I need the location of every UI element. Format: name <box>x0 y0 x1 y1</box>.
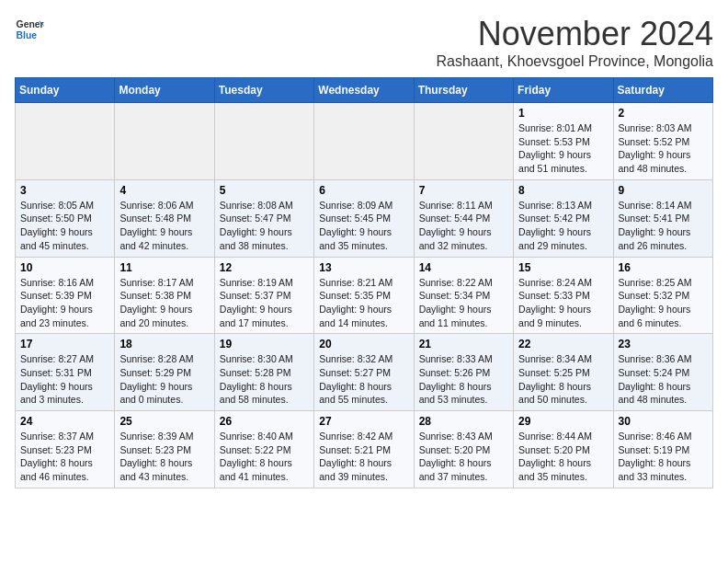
day-info: Sunrise: 8:19 AM Sunset: 5:37 PM Dayligh… <box>220 276 309 330</box>
day-number: 19 <box>220 338 309 350</box>
location-title: Rashaant, Khoevsgoel Province, Mongolia <box>436 53 713 70</box>
day-number: 7 <box>419 184 508 197</box>
day-info: Sunrise: 8:14 AM Sunset: 5:41 PM Dayligh… <box>619 199 708 253</box>
day-number: 22 <box>518 338 608 350</box>
day-info: Sunrise: 8:22 AM Sunset: 5:34 PM Dayligh… <box>419 276 508 330</box>
day-number: 29 <box>518 415 608 428</box>
day-info: Sunrise: 8:27 AM Sunset: 5:31 PM Dayligh… <box>20 352 109 407</box>
calendar-cell: 1Sunrise: 8:01 AM Sunset: 5:53 PM Daylig… <box>514 103 613 180</box>
day-number: 10 <box>20 261 109 274</box>
day-info: Sunrise: 8:06 AM Sunset: 5:48 PM Dayligh… <box>119 199 209 253</box>
day-number: 23 <box>619 338 708 350</box>
calendar-cell: 25Sunrise: 8:39 AM Sunset: 5:23 PM Dayli… <box>115 411 214 488</box>
weekday-header: Thursday <box>414 78 513 103</box>
calendar-week-row: 1Sunrise: 8:01 AM Sunset: 5:53 PM Daylig… <box>16 103 713 180</box>
day-info: Sunrise: 8:30 AM Sunset: 5:28 PM Dayligh… <box>220 352 309 407</box>
day-info: Sunrise: 8:09 AM Sunset: 5:45 PM Dayligh… <box>319 199 408 253</box>
day-info: Sunrise: 8:33 AM Sunset: 5:26 PM Dayligh… <box>419 352 508 407</box>
day-number: 15 <box>518 261 608 274</box>
day-info: Sunrise: 8:42 AM Sunset: 5:21 PM Dayligh… <box>319 430 408 484</box>
calendar-cell: 4Sunrise: 8:06 AM Sunset: 5:48 PM Daylig… <box>115 179 214 257</box>
day-info: Sunrise: 8:21 AM Sunset: 5:35 PM Dayligh… <box>319 276 408 330</box>
day-info: Sunrise: 8:03 AM Sunset: 5:52 PM Dayligh… <box>619 121 708 176</box>
calendar-cell: 5Sunrise: 8:08 AM Sunset: 5:47 PM Daylig… <box>214 179 313 257</box>
day-info: Sunrise: 8:40 AM Sunset: 5:22 PM Dayligh… <box>220 430 309 484</box>
calendar-cell <box>115 103 214 180</box>
day-info: Sunrise: 8:39 AM Sunset: 5:23 PM Dayligh… <box>119 430 209 484</box>
calendar-cell: 3Sunrise: 8:05 AM Sunset: 5:50 PM Daylig… <box>16 179 115 257</box>
day-info: Sunrise: 8:25 AM Sunset: 5:32 PM Dayligh… <box>619 276 708 330</box>
calendar-cell: 13Sunrise: 8:21 AM Sunset: 5:35 PM Dayli… <box>314 257 414 334</box>
day-number: 4 <box>119 184 209 197</box>
title-block: November 2024 Rashaant, Khoevsgoel Provi… <box>436 15 713 70</box>
day-info: Sunrise: 8:13 AM Sunset: 5:42 PM Dayligh… <box>518 199 608 253</box>
month-title: November 2024 <box>436 15 713 53</box>
calendar-cell: 8Sunrise: 8:13 AM Sunset: 5:42 PM Daylig… <box>514 179 613 257</box>
calendar-cell: 28Sunrise: 8:43 AM Sunset: 5:20 PM Dayli… <box>414 411 513 488</box>
day-number: 11 <box>119 261 209 274</box>
weekday-header: Saturday <box>613 78 712 103</box>
calendar-cell: 18Sunrise: 8:28 AM Sunset: 5:29 PM Dayli… <box>115 334 214 411</box>
calendar-cell: 17Sunrise: 8:27 AM Sunset: 5:31 PM Dayli… <box>16 334 115 411</box>
calendar-week-row: 24Sunrise: 8:37 AM Sunset: 5:23 PM Dayli… <box>16 411 713 488</box>
weekday-header: Sunday <box>16 78 115 103</box>
calendar-week-row: 17Sunrise: 8:27 AM Sunset: 5:31 PM Dayli… <box>16 334 713 411</box>
day-info: Sunrise: 8:36 AM Sunset: 5:24 PM Dayligh… <box>619 352 708 407</box>
day-info: Sunrise: 8:28 AM Sunset: 5:29 PM Dayligh… <box>119 352 209 407</box>
weekday-header: Wednesday <box>314 78 414 103</box>
day-number: 24 <box>20 415 109 428</box>
day-number: 12 <box>220 261 309 274</box>
day-number: 28 <box>419 415 508 428</box>
day-info: Sunrise: 8:16 AM Sunset: 5:39 PM Dayligh… <box>20 276 109 330</box>
calendar-cell: 27Sunrise: 8:42 AM Sunset: 5:21 PM Dayli… <box>314 411 414 488</box>
day-number: 8 <box>518 184 608 197</box>
logo: General Blue <box>15 15 44 44</box>
calendar-cell <box>314 103 414 180</box>
calendar-cell: 9Sunrise: 8:14 AM Sunset: 5:41 PM Daylig… <box>613 179 712 257</box>
calendar-cell: 29Sunrise: 8:44 AM Sunset: 5:20 PM Dayli… <box>514 411 613 488</box>
day-info: Sunrise: 8:24 AM Sunset: 5:33 PM Dayligh… <box>518 276 608 330</box>
calendar-table: SundayMondayTuesdayWednesdayThursdayFrid… <box>15 77 713 488</box>
svg-text:General: General <box>17 19 44 29</box>
day-number: 17 <box>20 338 109 350</box>
day-number: 3 <box>20 184 109 197</box>
svg-text:Blue: Blue <box>17 30 38 40</box>
day-info: Sunrise: 8:34 AM Sunset: 5:25 PM Dayligh… <box>518 352 608 407</box>
day-info: Sunrise: 8:46 AM Sunset: 5:19 PM Dayligh… <box>619 430 708 484</box>
calendar-cell: 16Sunrise: 8:25 AM Sunset: 5:32 PM Dayli… <box>613 257 712 334</box>
calendar-cell: 14Sunrise: 8:22 AM Sunset: 5:34 PM Dayli… <box>414 257 513 334</box>
calendar-cell: 20Sunrise: 8:32 AM Sunset: 5:27 PM Dayli… <box>314 334 414 411</box>
calendar-week-row: 10Sunrise: 8:16 AM Sunset: 5:39 PM Dayli… <box>16 257 713 334</box>
weekday-header: Friday <box>514 78 613 103</box>
day-info: Sunrise: 8:08 AM Sunset: 5:47 PM Dayligh… <box>220 199 309 253</box>
calendar-cell: 30Sunrise: 8:46 AM Sunset: 5:19 PM Dayli… <box>613 411 712 488</box>
calendar-cell: 12Sunrise: 8:19 AM Sunset: 5:37 PM Dayli… <box>214 257 313 334</box>
day-info: Sunrise: 8:17 AM Sunset: 5:38 PM Dayligh… <box>119 276 209 330</box>
day-info: Sunrise: 8:05 AM Sunset: 5:50 PM Dayligh… <box>20 199 109 253</box>
day-number: 20 <box>319 338 408 350</box>
calendar-cell: 26Sunrise: 8:40 AM Sunset: 5:22 PM Dayli… <box>214 411 313 488</box>
day-number: 6 <box>319 184 408 197</box>
day-info: Sunrise: 8:37 AM Sunset: 5:23 PM Dayligh… <box>20 430 109 484</box>
calendar-cell: 2Sunrise: 8:03 AM Sunset: 5:52 PM Daylig… <box>613 103 712 180</box>
day-number: 13 <box>319 261 408 274</box>
day-info: Sunrise: 8:01 AM Sunset: 5:53 PM Dayligh… <box>518 121 608 176</box>
calendar-cell: 19Sunrise: 8:30 AM Sunset: 5:28 PM Dayli… <box>214 334 313 411</box>
calendar-cell: 11Sunrise: 8:17 AM Sunset: 5:38 PM Dayli… <box>115 257 214 334</box>
calendar-cell: 15Sunrise: 8:24 AM Sunset: 5:33 PM Dayli… <box>514 257 613 334</box>
day-number: 16 <box>619 261 708 274</box>
calendar-header-row: SundayMondayTuesdayWednesdayThursdayFrid… <box>16 78 713 103</box>
weekday-header: Tuesday <box>214 78 313 103</box>
day-info: Sunrise: 8:43 AM Sunset: 5:20 PM Dayligh… <box>419 430 508 484</box>
day-number: 25 <box>119 415 209 428</box>
day-number: 5 <box>220 184 309 197</box>
day-number: 30 <box>619 415 708 428</box>
calendar-cell: 22Sunrise: 8:34 AM Sunset: 5:25 PM Dayli… <box>514 334 613 411</box>
day-number: 1 <box>518 107 608 120</box>
day-number: 27 <box>319 415 408 428</box>
day-number: 21 <box>419 338 508 350</box>
calendar-cell: 7Sunrise: 8:11 AM Sunset: 5:44 PM Daylig… <box>414 179 513 257</box>
calendar-cell: 21Sunrise: 8:33 AM Sunset: 5:26 PM Dayli… <box>414 334 513 411</box>
calendar-cell: 24Sunrise: 8:37 AM Sunset: 5:23 PM Dayli… <box>16 411 115 488</box>
calendar-cell: 10Sunrise: 8:16 AM Sunset: 5:39 PM Dayli… <box>16 257 115 334</box>
